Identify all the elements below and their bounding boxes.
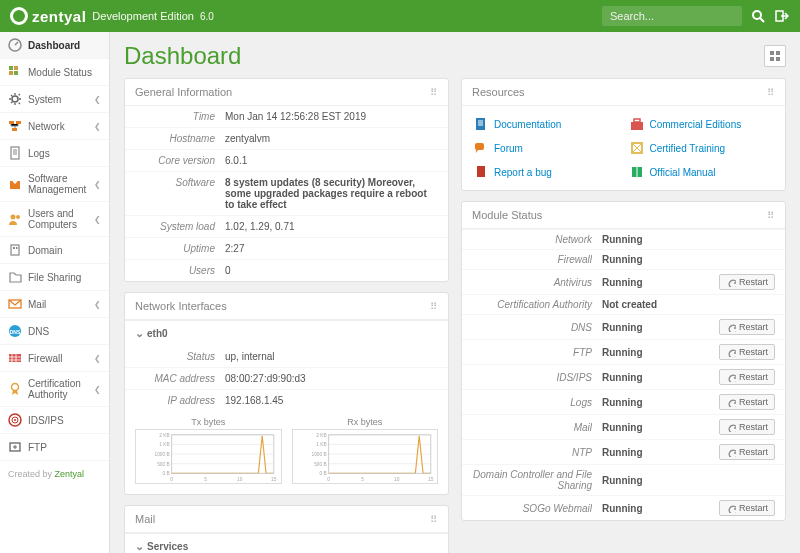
module-row: MailRunningRestart	[462, 414, 785, 439]
module-row: SOGo WebmailRunningRestart	[462, 495, 785, 520]
logout-icon[interactable]	[774, 8, 790, 24]
sidebar-item-users-and-computers[interactable]: Users and Computers❮	[0, 202, 109, 237]
restart-button[interactable]: Restart	[719, 394, 775, 410]
resource-icon	[474, 165, 488, 179]
resource-link[interactable]: Commercial Editions	[624, 112, 780, 136]
restart-button[interactable]: Restart	[719, 319, 775, 335]
resource-link[interactable]: Certified Training	[624, 136, 780, 160]
sidebar-item-file-sharing[interactable]: File Sharing	[0, 264, 109, 291]
module-row: Domain Controller and File SharingRunnin…	[462, 464, 785, 495]
info-row: Core version6.0.1	[125, 149, 448, 171]
sidebar-item-system[interactable]: System❮	[0, 86, 109, 113]
info-row: Software8 system updates (8 security) Mo…	[125, 171, 448, 215]
nav-icon	[8, 440, 22, 454]
restart-button[interactable]: Restart	[719, 274, 775, 290]
nav-icon	[8, 243, 22, 257]
card-title: Mail	[135, 513, 155, 525]
module-row: Certification AuthorityNot created	[462, 294, 785, 314]
svg-text:1 KB: 1 KB	[159, 442, 169, 447]
resource-icon	[474, 141, 488, 155]
svg-text:5: 5	[204, 477, 207, 482]
sidebar-item-software-management[interactable]: Software Management❮	[0, 167, 109, 202]
drag-handle-icon[interactable]: ⠿	[430, 514, 438, 525]
nav-icon	[8, 212, 22, 226]
resources-card: Resources⠿ DocumentationCommercial Editi…	[461, 78, 786, 191]
restart-button[interactable]: Restart	[719, 500, 775, 516]
resource-icon	[630, 141, 644, 155]
restart-button[interactable]: Restart	[719, 344, 775, 360]
resource-link[interactable]: Official Manual	[624, 160, 780, 184]
logo-icon	[10, 7, 32, 25]
nav-label: Mail	[28, 299, 88, 310]
brand-edition: Development Edition	[92, 10, 194, 22]
nav-label: Logs	[28, 148, 101, 159]
sidebar-item-dns[interactable]: DNS	[0, 318, 109, 345]
mail-services-toggle[interactable]: Services	[125, 533, 448, 553]
chevron-left-icon: ❮	[94, 385, 101, 394]
resource-link[interactable]: Report a bug	[468, 160, 624, 184]
sidebar-item-logs[interactable]: Logs	[0, 140, 109, 167]
sidebar: DashboardModule StatusSystem❮Network❮Log…	[0, 32, 110, 553]
nav-label: Dashboard	[28, 40, 101, 51]
nav-label: FTP	[28, 442, 101, 453]
tx-bytes-chart: Tx bytes 2 KB1 KB1000 B500 B0 B051015	[135, 417, 282, 484]
sidebar-item-certification-authority[interactable]: Certification Authority❮	[0, 372, 109, 407]
info-row: Statusup, internal	[125, 346, 448, 367]
restart-button[interactable]: Restart	[719, 419, 775, 435]
footer-link[interactable]: Zentyal	[55, 469, 85, 479]
nav-label: Firewall	[28, 353, 88, 364]
chevron-left-icon: ❮	[94, 122, 101, 131]
nav-label: DNS	[28, 326, 101, 337]
svg-text:0 B: 0 B	[163, 471, 170, 476]
svg-text:500 B: 500 B	[314, 462, 327, 467]
drag-handle-icon[interactable]: ⠿	[767, 210, 775, 221]
brand-name: zentyal	[32, 8, 86, 25]
resource-link[interactable]: Documentation	[468, 112, 624, 136]
nav-label: Users and Computers	[28, 208, 88, 230]
svg-text:5: 5	[361, 477, 364, 482]
sidebar-item-module-status[interactable]: Module Status	[0, 59, 109, 86]
info-row: Uptime2:27	[125, 237, 448, 259]
resource-link[interactable]: Forum	[468, 136, 624, 160]
brand-version: 6.0	[200, 11, 214, 22]
module-status-card: Module Status⠿ NetworkRunningFirewallRun…	[461, 201, 786, 521]
restart-button[interactable]: Restart	[719, 369, 775, 385]
search-icon[interactable]	[750, 8, 766, 24]
svg-text:10: 10	[394, 477, 400, 482]
module-row: FirewallRunning	[462, 249, 785, 269]
sidebar-item-mail[interactable]: Mail❮	[0, 291, 109, 318]
svg-text:1000 B: 1000 B	[154, 452, 169, 457]
search-input[interactable]	[602, 6, 742, 26]
nav-icon	[8, 119, 22, 133]
sidebar-item-firewall[interactable]: Firewall❮	[0, 345, 109, 372]
sidebar-item-network[interactable]: Network❮	[0, 113, 109, 140]
nav-icon	[8, 382, 22, 396]
info-row: Hostnamezentyalvm	[125, 127, 448, 149]
module-row: LogsRunningRestart	[462, 389, 785, 414]
sidebar-item-ids-ips[interactable]: IDS/IPS	[0, 407, 109, 434]
drag-handle-icon[interactable]: ⠿	[430, 301, 438, 312]
nav-icon	[8, 92, 22, 106]
interface-toggle[interactable]: eth0	[125, 320, 448, 346]
card-title: Network Interfaces	[135, 300, 227, 312]
chevron-left-icon: ❮	[94, 354, 101, 363]
sidebar-item-ftp[interactable]: FTP	[0, 434, 109, 461]
dashboard-layout-button[interactable]	[764, 45, 786, 67]
restart-button[interactable]: Restart	[719, 444, 775, 460]
drag-handle-icon[interactable]: ⠿	[767, 87, 775, 98]
footer: Created by Zentyal	[0, 461, 109, 487]
nav-icon	[8, 146, 22, 160]
module-row: IDS/IPSRunningRestart	[462, 364, 785, 389]
nav-label: File Sharing	[28, 272, 101, 283]
nav-icon	[8, 270, 22, 284]
drag-handle-icon[interactable]: ⠿	[430, 87, 438, 98]
nav-icon	[8, 413, 22, 427]
sidebar-item-domain[interactable]: Domain	[0, 237, 109, 264]
card-title: General Information	[135, 86, 232, 98]
resource-icon	[630, 165, 644, 179]
info-row: System load1.02, 1.29, 0.71	[125, 215, 448, 237]
info-row: Users0	[125, 259, 448, 281]
svg-text:1 KB: 1 KB	[316, 442, 326, 447]
sidebar-item-dashboard[interactable]: Dashboard	[0, 32, 109, 59]
resource-icon	[630, 117, 644, 131]
